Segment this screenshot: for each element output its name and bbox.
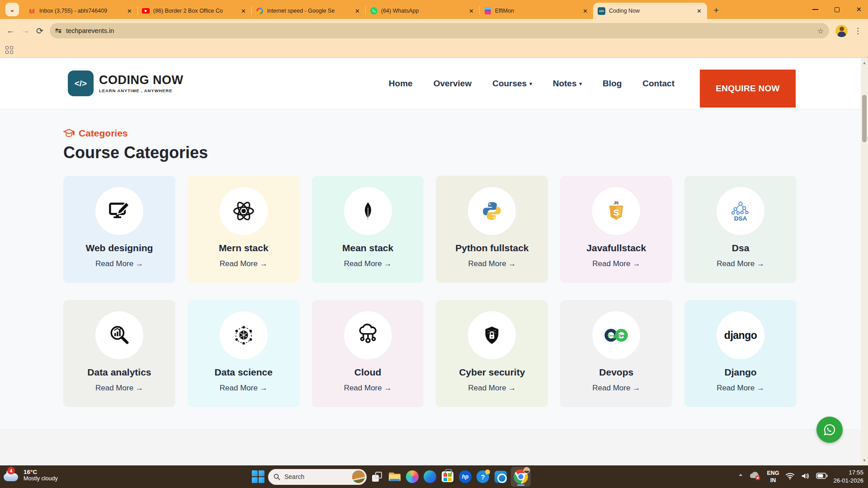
read-more-link[interactable]: Read More → xyxy=(63,259,175,268)
window-close-icon[interactable]: ✕ xyxy=(856,5,862,14)
minimize-icon[interactable] xyxy=(812,9,818,10)
search-placeholder: Search xyxy=(284,473,348,480)
arrow-right-icon: → xyxy=(384,259,392,268)
weather-condition: Mostly cloudy xyxy=(24,475,58,482)
hp-app-button[interactable]: hp xyxy=(458,469,472,484)
browser-window: ⌄ M Inbox (3,755) - abhi746409 ✕ (86) Bo… xyxy=(0,0,868,488)
react-icon xyxy=(231,199,256,223)
profile-avatar[interactable] xyxy=(835,25,848,37)
file-explorer-button[interactable] xyxy=(387,469,402,484)
tab-youtube[interactable]: (86) Border 2 Box Office Co ✕ xyxy=(137,3,251,19)
bookmark-star-icon[interactable]: ☆ xyxy=(817,27,824,35)
read-more-link[interactable]: Read More → xyxy=(312,259,424,268)
card-title: Django xyxy=(684,367,797,378)
close-icon[interactable]: ✕ xyxy=(468,8,475,14)
reload-icon[interactable]: ⟳ xyxy=(36,26,43,36)
read-more-link[interactable]: Read More → xyxy=(436,259,548,268)
volume-icon[interactable] xyxy=(801,472,810,482)
get-help-button[interactable]: ? xyxy=(476,469,490,484)
close-icon[interactable]: ✕ xyxy=(696,8,703,14)
maximize-icon[interactable] xyxy=(835,7,840,12)
page-scrollbar[interactable]: ▲ ▼ xyxy=(861,58,868,465)
chrome-profile-badge xyxy=(524,467,530,474)
close-icon[interactable]: ✕ xyxy=(354,8,361,14)
page-title: Course Categories xyxy=(63,143,868,162)
site-logo[interactable]: </> CODING NOW LEARN ANYTIME , ANYWHERE xyxy=(68,70,184,96)
card-title: Cloud xyxy=(312,367,424,378)
mongodb-leaf-icon xyxy=(358,201,378,221)
battery-icon[interactable] xyxy=(816,473,828,481)
language-indicator[interactable]: ENG IN xyxy=(767,469,779,484)
read-more-link[interactable]: Read More → xyxy=(436,384,548,393)
tray-time: 17:55 xyxy=(834,469,864,477)
tab-coding-now-active[interactable]: </> Coding Now ✕ xyxy=(593,3,707,19)
data-science-network-icon xyxy=(232,324,255,347)
read-more-link[interactable]: Read More → xyxy=(560,384,672,393)
whatsapp-icon xyxy=(370,7,377,14)
tab-search-button[interactable]: ⌄ xyxy=(5,3,19,16)
whatsapp-chat-button[interactable] xyxy=(816,417,843,443)
forward-icon[interactable]: → xyxy=(21,26,30,36)
scrollbar-thumb[interactable] xyxy=(862,95,867,142)
new-tab-button[interactable]: ＋ xyxy=(710,4,722,16)
read-more-link[interactable]: Read More → xyxy=(684,384,797,393)
svg-text:S: S xyxy=(613,208,619,217)
nav-blog[interactable]: Blog xyxy=(603,79,622,89)
js-shield-icon: JS S xyxy=(605,200,627,222)
task-view-button[interactable] xyxy=(370,469,384,484)
card-title: Data science xyxy=(188,367,300,378)
main-nav: Home Overview Courses▾ Notes▾ Blog Conta… xyxy=(389,79,675,89)
cloud-network-icon xyxy=(356,324,380,347)
read-more-link[interactable]: Read More → xyxy=(684,259,797,268)
nav-contact[interactable]: Contact xyxy=(642,79,675,89)
outlook-button[interactable] xyxy=(493,469,508,484)
taskbar-search[interactable]: Search xyxy=(268,469,367,485)
read-more-link[interactable]: Read More → xyxy=(63,384,175,393)
tab-title: internet speed - Google Se xyxy=(267,8,350,14)
nav-courses[interactable]: Courses▾ xyxy=(492,79,532,89)
start-button[interactable] xyxy=(251,470,265,483)
tab-strip: ⌄ M Inbox (3,755) - abhi746409 ✕ (86) Bo… xyxy=(0,0,868,19)
close-icon[interactable]: ✕ xyxy=(582,8,589,14)
read-more-link[interactable]: Read More → xyxy=(312,384,424,393)
weather-widget[interactable]: 4 16°C Mostly cloudy xyxy=(4,468,58,482)
arrow-right-icon: → xyxy=(260,259,268,268)
back-icon[interactable]: ← xyxy=(6,26,15,36)
scroll-up-icon[interactable]: ▲ xyxy=(863,61,867,65)
copilot-icon xyxy=(406,470,419,483)
tab-whatsapp[interactable]: (64) WhatsApp ✕ xyxy=(365,3,479,19)
card-title: Mern stack xyxy=(188,243,300,253)
onedrive-error-icon[interactable] xyxy=(749,471,761,483)
close-icon[interactable]: ✕ xyxy=(126,8,133,14)
browser-menu-icon[interactable]: ⋮ xyxy=(854,26,862,36)
close-icon[interactable]: ✕ xyxy=(240,8,247,14)
microsoft-store-button[interactable] xyxy=(440,469,455,484)
tab-effimon[interactable]: EffiMon ✕ xyxy=(479,3,593,19)
read-more-link[interactable]: Read More → xyxy=(188,384,300,393)
nav-overview[interactable]: Overview xyxy=(434,79,472,89)
tab-google-search[interactable]: internet speed - Google Se ✕ xyxy=(251,3,365,19)
scroll-down-icon[interactable]: ▼ xyxy=(863,458,867,463)
tray-chevron-up-icon[interactable]: ⌃ xyxy=(738,474,743,480)
nav-notes[interactable]: Notes▾ xyxy=(553,79,582,89)
enquire-now-button[interactable]: ENQUIRE NOW xyxy=(700,70,796,108)
read-more-link[interactable]: Read More → xyxy=(188,259,300,268)
wifi-icon[interactable] xyxy=(785,472,795,482)
webpage: </> CODING NOW LEARN ANYTIME , ANYWHERE … xyxy=(0,57,868,465)
card-cyber-security: Cyber security Read More → xyxy=(436,300,548,407)
read-more-link[interactable]: Read More → xyxy=(560,259,672,268)
svg-text:DSA: DSA xyxy=(734,215,747,222)
site-settings-icon[interactable] xyxy=(55,29,61,32)
tab-groups-icon[interactable] xyxy=(5,46,13,54)
address-bar[interactable]: techparevents.in ☆ xyxy=(50,23,829,38)
nav-home[interactable]: Home xyxy=(389,79,413,89)
card-title: Devops xyxy=(560,367,672,378)
clock-widget[interactable]: 17:55 26-01-2026 xyxy=(834,469,864,484)
chevron-down-icon: ▾ xyxy=(529,81,532,87)
course-cards-grid: Web designing Read More → Mern stack Rea… xyxy=(63,176,797,407)
edge-button[interactable] xyxy=(423,469,437,484)
chrome-taskbar-button-active[interactable] xyxy=(511,467,531,487)
tab-gmail[interactable]: M Inbox (3,755) - abhi746409 ✕ xyxy=(24,3,137,19)
tab-title: Coding Now xyxy=(609,8,692,14)
copilot-button[interactable] xyxy=(405,469,420,484)
